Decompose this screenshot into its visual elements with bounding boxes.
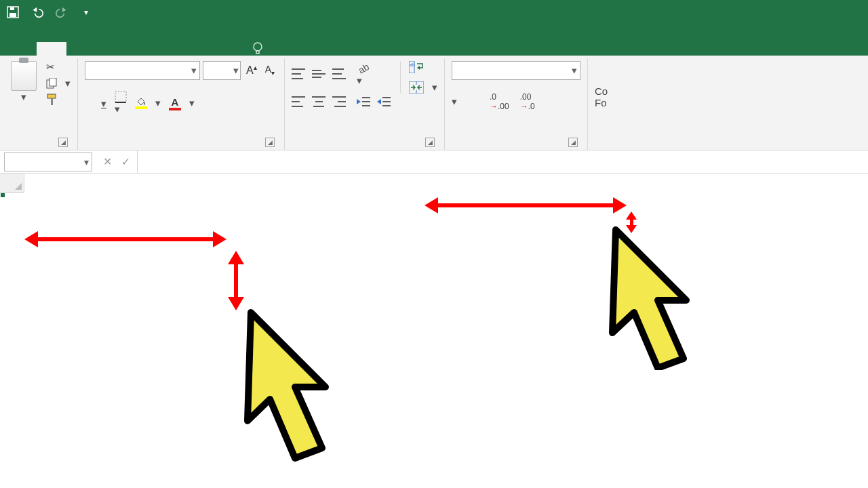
svg-rect-4	[256, 51, 259, 54]
cursor-illustration-left	[231, 306, 353, 462]
chevron-down-icon[interactable]: ▾	[189, 64, 199, 77]
decrease-indent-icon[interactable]	[357, 96, 370, 107]
dialog-launcher-icon[interactable]: ◢	[425, 138, 435, 147]
cell-selection	[0, 192, 4, 197]
qat-customize-icon[interactable]: ▾	[80, 6, 92, 18]
number-format-combo[interactable]: ▾	[452, 61, 580, 80]
tab-data[interactable]	[156, 42, 186, 56]
clipboard-icon	[11, 61, 37, 91]
align-middle-icon[interactable]	[312, 68, 326, 79]
undo-icon[interactable]	[31, 6, 43, 18]
cancel-icon[interactable]: ✕	[103, 155, 112, 168]
dialog-launcher-icon[interactable]: ◢	[568, 138, 578, 147]
increase-font-icon[interactable]: A▴	[243, 61, 260, 80]
group-number: ▾ ▾ .0→.00 .00→.0 ◢	[445, 58, 588, 150]
formula-input[interactable]	[149, 150, 868, 173]
tab-file[interactable]	[7, 42, 37, 56]
borders-button[interactable]: ▾	[115, 91, 127, 115]
font-size-combo[interactable]: ▾	[203, 61, 241, 80]
fill-handle[interactable]	[0, 192, 5, 198]
height-arrow-a4	[234, 260, 238, 301]
dialog-launcher-icon[interactable]: ◢	[58, 138, 68, 147]
group-clipboard: ▾ ✂ ▾	[4, 58, 78, 150]
chevron-down-icon: ▾	[65, 77, 71, 89]
svg-rect-6	[50, 78, 56, 86]
group-alignment: ab▾ ab	[285, 58, 445, 150]
tab-review[interactable]	[186, 42, 216, 56]
wrap-text-button[interactable]: ab	[409, 61, 437, 73]
dialog-launcher-icon[interactable]: ◢	[265, 138, 275, 147]
wrap-text-icon: ab	[409, 61, 424, 73]
width-arrow-a	[34, 237, 217, 241]
worksheet[interactable]	[0, 174, 868, 488]
save-icon[interactable]	[7, 6, 19, 18]
align-bottom-icon[interactable]	[332, 68, 346, 79]
number-format-input[interactable]	[452, 65, 569, 77]
align-right-icon[interactable]	[332, 96, 346, 107]
name-box[interactable]: ▾	[4, 152, 92, 171]
tab-home[interactable]	[37, 42, 66, 56]
enter-icon[interactable]: ✓	[121, 155, 130, 168]
paintbrush-icon	[46, 94, 58, 106]
format-painter-button[interactable]	[46, 94, 71, 106]
chevron-down-icon: ▾	[21, 91, 26, 103]
svg-text:ab: ab	[357, 61, 370, 75]
svg-rect-7	[47, 94, 56, 98]
paste-button[interactable]: ▾	[11, 61, 37, 103]
chevron-down-icon[interactable]: ▾	[81, 157, 92, 167]
svg-rect-9	[115, 92, 126, 102]
group-more: CoFo	[588, 58, 614, 150]
chevron-down-icon: ▾	[432, 81, 437, 94]
copy-icon	[46, 78, 57, 89]
lightbulb-icon	[252, 42, 263, 56]
title-bar: ▾	[0, 0, 868, 24]
increase-decimal-icon[interactable]: .0→.00	[490, 92, 509, 111]
align-top-icon[interactable]	[292, 68, 305, 79]
merge-icon	[409, 81, 424, 94]
currency-button[interactable]: ▾	[452, 96, 457, 108]
svg-point-3	[254, 43, 262, 51]
name-box-input[interactable]	[5, 156, 81, 168]
font-color-button[interactable]: A	[169, 96, 181, 110]
copy-button[interactable]: ▾	[46, 77, 71, 89]
width-arrow-c	[434, 203, 617, 207]
cursor-illustration-right	[597, 224, 712, 370]
select-all-corner[interactable]	[0, 174, 24, 192]
tab-formulas[interactable]	[126, 42, 156, 56]
fill-color-button[interactable]	[135, 97, 147, 109]
group-font: ▾ ▾ A▴ A▾ ▾ ▾ ▾	[78, 58, 285, 150]
cut-button[interactable]: ✂	[46, 61, 71, 73]
ribbon: ▾ ✂ ▾	[0, 56, 868, 150]
decrease-decimal-icon[interactable]: .00→.0	[520, 92, 535, 111]
quick-access-toolbar: ▾	[7, 6, 92, 18]
tab-view[interactable]	[216, 42, 245, 56]
height-arrow-c2	[630, 218, 633, 227]
svg-rect-1	[9, 13, 16, 17]
tab-insert[interactable]	[66, 42, 96, 56]
tab-page-layout[interactable]	[96, 42, 126, 56]
svg-rect-2	[10, 7, 14, 10]
svg-rect-8	[51, 98, 53, 105]
font-size-input[interactable]	[203, 65, 231, 77]
align-left-icon[interactable]	[292, 96, 305, 107]
font-name-combo[interactable]: ▾	[85, 61, 200, 80]
ribbon-tabs	[0, 24, 868, 56]
scissors-icon: ✂	[46, 61, 55, 73]
align-center-icon[interactable]	[312, 96, 326, 107]
svg-text:ab: ab	[410, 62, 415, 67]
font-name-input[interactable]	[85, 65, 189, 77]
increase-indent-icon[interactable]	[377, 96, 391, 107]
chevron-down-icon[interactable]: ▾	[231, 64, 240, 77]
chevron-down-icon[interactable]: ▾	[569, 64, 580, 77]
tell-me-search[interactable]	[252, 42, 269, 56]
formula-bar-row: ▾ ✕ ✓	[0, 150, 868, 174]
redo-icon[interactable]	[56, 6, 68, 18]
underline-button[interactable]: ▾	[101, 96, 106, 110]
orientation-button[interactable]: ab▾	[357, 61, 370, 87]
decrease-font-icon[interactable]: A▾	[262, 61, 277, 80]
merge-center-button[interactable]: ▾	[409, 81, 437, 94]
